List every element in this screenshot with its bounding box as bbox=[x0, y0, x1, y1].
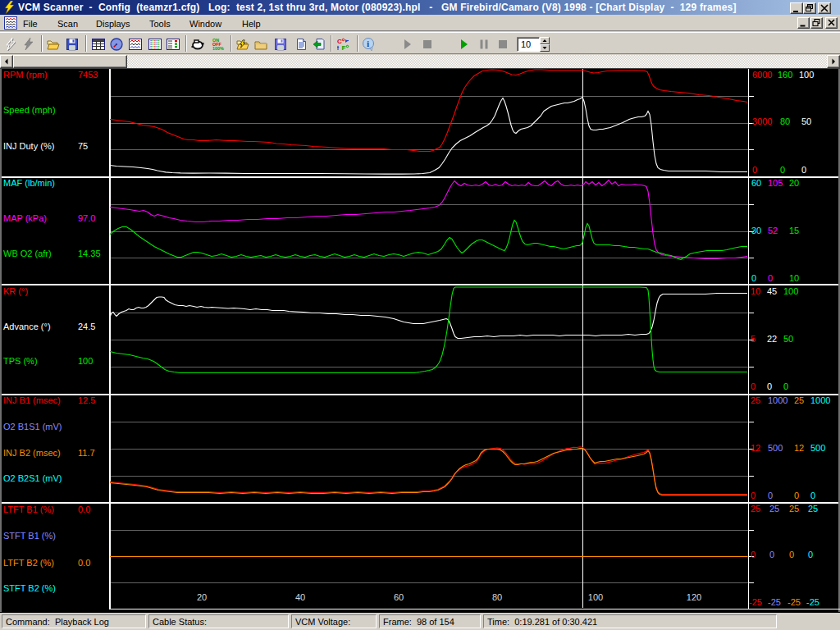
svg-text:100%: 100% bbox=[212, 46, 224, 51]
svg-text:F: F bbox=[342, 44, 346, 51]
svg-text:i: i bbox=[367, 39, 369, 48]
